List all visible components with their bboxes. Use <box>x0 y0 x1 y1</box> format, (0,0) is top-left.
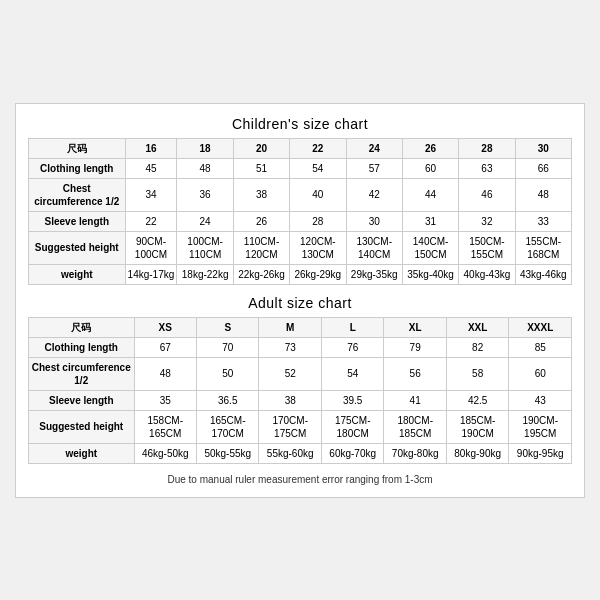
row-label-0: Clothing length <box>29 158 126 178</box>
adult-table: 尺码XSSMLXLXXLXXXL Clothing length67707376… <box>28 317 572 464</box>
cell-0-1: 48 <box>177 158 233 178</box>
cell-4-4: 29kg-35kg <box>346 264 402 284</box>
children-chart-title: Children's size chart <box>28 116 572 132</box>
table-row: Clothing length67707376798285 <box>29 337 572 357</box>
col-header-5: 24 <box>346 138 402 158</box>
col-header-7: XXXL <box>509 317 572 337</box>
cell-4-4: 70kg-80kg <box>384 443 446 463</box>
cell-4-5: 80kg-90kg <box>446 443 508 463</box>
col-header-4: L <box>321 317 383 337</box>
table-row: Suggested height90CM-100CM100CM-110CM110… <box>29 231 572 264</box>
cell-2-1: 36.5 <box>196 390 258 410</box>
cell-0-5: 60 <box>402 158 458 178</box>
cell-3-5: 185CM-190CM <box>446 410 508 443</box>
col-header-0: 尺码 <box>29 317 135 337</box>
cell-2-1: 24 <box>177 211 233 231</box>
row-label-4: weight <box>29 443 135 463</box>
cell-3-6: 190CM-195CM <box>509 410 572 443</box>
col-header-5: XL <box>384 317 446 337</box>
row-label-2: Sleeve length <box>29 211 126 231</box>
cell-2-7: 33 <box>515 211 571 231</box>
cell-0-6: 63 <box>459 158 515 178</box>
cell-0-0: 67 <box>134 337 196 357</box>
col-header-2: 18 <box>177 138 233 158</box>
col-header-1: 16 <box>125 138 177 158</box>
table-row: Sleeve length2224262830313233 <box>29 211 572 231</box>
cell-4-2: 22kg-26kg <box>233 264 289 284</box>
cell-2-5: 31 <box>402 211 458 231</box>
cell-1-6: 60 <box>509 357 572 390</box>
cell-1-5: 44 <box>402 178 458 211</box>
cell-3-2: 110CM-120CM <box>233 231 289 264</box>
row-label-1: Chest circumference 1/2 <box>29 178 126 211</box>
table-row: Suggested height158CM-165CM165CM-170CM17… <box>29 410 572 443</box>
cell-4-7: 43kg-46kg <box>515 264 571 284</box>
col-header-4: 22 <box>290 138 346 158</box>
cell-0-1: 70 <box>196 337 258 357</box>
row-label-4: weight <box>29 264 126 284</box>
cell-3-3: 120CM-130CM <box>290 231 346 264</box>
cell-4-2: 55kg-60kg <box>259 443 321 463</box>
cell-0-7: 66 <box>515 158 571 178</box>
cell-3-3: 175CM-180CM <box>321 410 383 443</box>
cell-3-5: 140CM-150CM <box>402 231 458 264</box>
row-label-0: Clothing length <box>29 337 135 357</box>
row-label-3: Suggested height <box>29 231 126 264</box>
cell-1-7: 48 <box>515 178 571 211</box>
cell-0-4: 57 <box>346 158 402 178</box>
cell-2-6: 43 <box>509 390 572 410</box>
table-row: Sleeve length3536.53839.54142.543 <box>29 390 572 410</box>
table-row: weight46kg-50kg50kg-55kg55kg-60kg60kg-70… <box>29 443 572 463</box>
cell-4-5: 35kg-40kg <box>402 264 458 284</box>
row-label-2: Sleeve length <box>29 390 135 410</box>
cell-2-3: 28 <box>290 211 346 231</box>
cell-2-6: 32 <box>459 211 515 231</box>
cell-1-1: 50 <box>196 357 258 390</box>
cell-2-4: 41 <box>384 390 446 410</box>
cell-2-4: 30 <box>346 211 402 231</box>
cell-4-6: 40kg-43kg <box>459 264 515 284</box>
cell-1-2: 38 <box>233 178 289 211</box>
cell-3-1: 100CM-110CM <box>177 231 233 264</box>
cell-1-3: 54 <box>321 357 383 390</box>
children-table: 尺码1618202224262830 Clothing length454851… <box>28 138 572 285</box>
cell-4-3: 26kg-29kg <box>290 264 346 284</box>
cell-1-4: 56 <box>384 357 446 390</box>
row-label-1: Chest circumference 1/2 <box>29 357 135 390</box>
cell-1-2: 52 <box>259 357 321 390</box>
col-header-3: 20 <box>233 138 289 158</box>
cell-2-0: 35 <box>134 390 196 410</box>
cell-0-2: 73 <box>259 337 321 357</box>
cell-4-0: 14kg-17kg <box>125 264 177 284</box>
col-header-7: 28 <box>459 138 515 158</box>
cell-3-4: 130CM-140CM <box>346 231 402 264</box>
table-row: Chest circumference 1/23436384042444648 <box>29 178 572 211</box>
adult-chart-title: Adult size chart <box>28 295 572 311</box>
table-row: Chest circumference 1/248505254565860 <box>29 357 572 390</box>
cell-3-6: 150CM-155CM <box>459 231 515 264</box>
cell-3-1: 165CM-170CM <box>196 410 258 443</box>
cell-3-0: 90CM-100CM <box>125 231 177 264</box>
col-header-6: XXL <box>446 317 508 337</box>
cell-3-2: 170CM-175CM <box>259 410 321 443</box>
cell-3-0: 158CM-165CM <box>134 410 196 443</box>
cell-2-5: 42.5 <box>446 390 508 410</box>
col-header-6: 26 <box>402 138 458 158</box>
table-row: Clothing length4548515457606366 <box>29 158 572 178</box>
cell-2-0: 22 <box>125 211 177 231</box>
adult-header-row: 尺码XSSMLXLXXLXXXL <box>29 317 572 337</box>
cell-4-3: 60kg-70kg <box>321 443 383 463</box>
cell-0-0: 45 <box>125 158 177 178</box>
cell-1-4: 42 <box>346 178 402 211</box>
cell-1-6: 46 <box>459 178 515 211</box>
size-chart-container: Children's size chart 尺码1618202224262830… <box>15 103 585 498</box>
cell-1-3: 40 <box>290 178 346 211</box>
cell-4-1: 50kg-55kg <box>196 443 258 463</box>
cell-0-3: 54 <box>290 158 346 178</box>
disclaimer-note: Due to manual ruler measurement error ra… <box>28 474 572 485</box>
cell-4-1: 18kg-22kg <box>177 264 233 284</box>
col-header-2: S <box>196 317 258 337</box>
cell-0-5: 82 <box>446 337 508 357</box>
cell-0-2: 51 <box>233 158 289 178</box>
cell-2-2: 26 <box>233 211 289 231</box>
